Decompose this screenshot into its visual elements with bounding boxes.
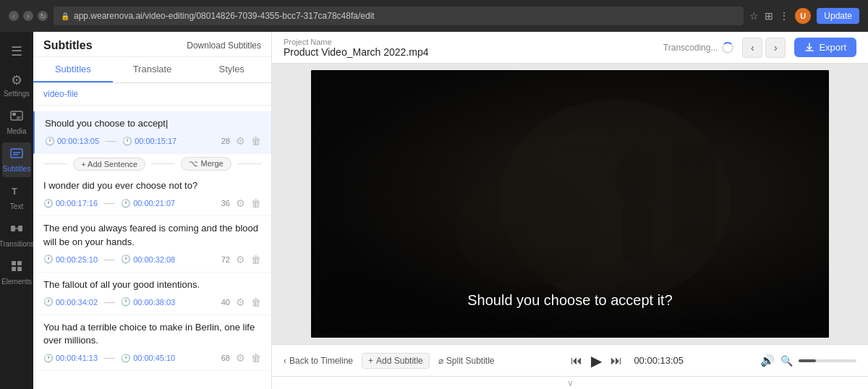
nav-forward-arrow[interactable]: › bbox=[765, 38, 786, 58]
download-subtitles-link[interactable]: Download Subtitles bbox=[187, 40, 261, 51]
settings-action-1[interactable]: ⚙ bbox=[236, 135, 245, 147]
clock-icon-end-4: 🕐 bbox=[121, 297, 131, 307]
panel-title: Subtitles bbox=[43, 39, 93, 52]
menu-icon[interactable]: ⋮ bbox=[779, 10, 789, 22]
back-btn[interactable]: ‹ bbox=[9, 11, 19, 21]
sidebar-item-settings[interactable]: ⚙ Settings bbox=[2, 68, 31, 102]
divider-right bbox=[151, 163, 175, 164]
split-subtitle-button[interactable]: ⌀ Split Subtitle bbox=[438, 356, 495, 366]
hamburger-icon[interactable]: ☰ bbox=[11, 38, 22, 65]
chevron-down-icon[interactable]: ∨ bbox=[567, 378, 574, 388]
delete-action-3[interactable]: 🗑 bbox=[251, 254, 261, 265]
sidebar-item-subtitles[interactable]: Subtitles bbox=[2, 142, 31, 177]
subtitle-text-5: You had a terrible choice to make in Ber… bbox=[43, 321, 261, 347]
nav-back-arrow[interactable]: ‹ bbox=[742, 38, 762, 58]
tab-subtitles[interactable]: Subtitles bbox=[33, 57, 113, 82]
split-icon: ⌀ bbox=[438, 356, 443, 366]
tab-translate[interactable]: Translate bbox=[113, 57, 192, 82]
sidebar-label-media: Media bbox=[7, 127, 26, 135]
refresh-btn[interactable]: ↻ bbox=[38, 11, 48, 21]
divider-left bbox=[43, 163, 67, 164]
bottom-left-controls: ‹ Back to Timeline + Add Subtitle ⌀ Spli… bbox=[284, 353, 494, 369]
url-bar[interactable]: 🔒 app.wearenova.ai/video-editing/0801482… bbox=[54, 7, 744, 25]
svg-rect-12 bbox=[17, 261, 22, 265]
browser-controls: ‹ › ↻ bbox=[9, 11, 48, 21]
char-count-4: 40 bbox=[221, 298, 230, 307]
svg-rect-8 bbox=[11, 226, 15, 231]
tab-styles[interactable]: Styles bbox=[192, 57, 271, 82]
update-button[interactable]: Update bbox=[817, 8, 859, 24]
add-merge-row: + Add Sentence ⌥ Merge bbox=[33, 154, 271, 174]
url-text: app.wearenova.ai/video-editing/08014826-… bbox=[74, 11, 375, 21]
add-sentence-button[interactable]: + Add Sentence bbox=[73, 158, 145, 171]
transcoding-badge: Transcoding... bbox=[663, 42, 734, 54]
play-button[interactable]: ▶ bbox=[591, 352, 602, 369]
project-name-area: Project Name Product Video_March 2022.mp… bbox=[284, 38, 429, 58]
app-layout: ☰ ⚙ Settings Media Subtitles T Text bbox=[0, 32, 868, 389]
browser-bar: ‹ › ↻ 🔒 app.wearenova.ai/video-editing/0… bbox=[0, 0, 868, 32]
volume-slider[interactable] bbox=[799, 359, 856, 362]
video-file-link[interactable]: video-file bbox=[33, 83, 271, 106]
subtitle-item-1[interactable]: Should you choose to accept| 🕐 00:00:13:… bbox=[33, 111, 271, 154]
sidebar-label-transitions: Transitions bbox=[0, 240, 34, 248]
subtitle-text-2: I wonder did you ever choose not to? bbox=[43, 179, 261, 192]
export-button[interactable]: Export bbox=[794, 38, 856, 57]
svg-rect-14 bbox=[17, 267, 22, 271]
end-time-3: 🕐 00:00:32:08 bbox=[121, 255, 175, 264]
delete-action-4[interactable]: 🗑 bbox=[251, 296, 261, 308]
svg-text:T: T bbox=[12, 186, 17, 197]
clock-icon-3: 🕐 bbox=[43, 255, 54, 264]
subtitle-item-3[interactable]: The end you always feared is coming and … bbox=[33, 216, 271, 272]
main-content: Project Name Product Video_March 2022.mp… bbox=[272, 32, 868, 389]
plus-icon: + bbox=[368, 356, 373, 366]
delete-action-2[interactable]: 🗑 bbox=[251, 197, 261, 209]
svg-rect-4 bbox=[11, 149, 22, 158]
video-area: Should you choose to accept it? bbox=[272, 64, 868, 344]
subtitle-item-5[interactable]: You had a terrible choice to make in Ber… bbox=[33, 315, 271, 371]
sidebar-item-media[interactable]: Media bbox=[2, 105, 31, 140]
subtitle-meta-5: 🕐 00:00:41:13 — 🕐 00:00:45:10 68 ⚙ 🗑 bbox=[43, 351, 261, 364]
delete-action-1[interactable]: 🗑 bbox=[251, 135, 261, 147]
forward-btn[interactable]: › bbox=[23, 11, 33, 21]
subtitle-item-2[interactable]: I wonder did you ever choose not to? 🕐 0… bbox=[33, 174, 271, 216]
sidebar-item-elements[interactable]: Elements bbox=[2, 255, 31, 290]
end-time-1: 🕐 00:00:15:17 bbox=[122, 137, 176, 146]
clock-icon-1: 🕐 bbox=[45, 137, 55, 146]
clock-icon-4: 🕐 bbox=[43, 297, 54, 307]
project-name: Product Video_March 2022.mp4 bbox=[284, 46, 429, 58]
subtitle-meta-3: 🕐 00:00:25:10 — 🕐 00:00:32:08 72 ⚙ 🗑 bbox=[43, 253, 261, 266]
start-time-5: 🕐 00:00:41:13 bbox=[43, 354, 98, 363]
media-icon bbox=[10, 109, 23, 126]
user-avatar[interactable]: U bbox=[795, 8, 811, 24]
video-player: Should you choose to accept it? bbox=[311, 70, 829, 338]
back-to-timeline-button[interactable]: ‹ Back to Timeline bbox=[284, 356, 353, 366]
sidebar-item-text[interactable]: T Text bbox=[2, 180, 31, 215]
clock-icon-end-3: 🕐 bbox=[121, 255, 131, 264]
settings-action-4[interactable]: ⚙ bbox=[236, 296, 245, 308]
bookmark-icon[interactable]: ⊞ bbox=[765, 10, 773, 22]
elements-icon bbox=[10, 260, 23, 276]
subtitle-item-4[interactable]: The fallout of all your good intentions.… bbox=[33, 273, 271, 315]
settings-action-2[interactable]: ⚙ bbox=[236, 197, 245, 209]
rewind-button[interactable]: ⏮ bbox=[571, 354, 582, 367]
svg-rect-13 bbox=[12, 267, 16, 271]
char-count-3: 72 bbox=[221, 255, 230, 264]
star-icon[interactable]: ☆ bbox=[749, 10, 759, 22]
subtitle-meta-1: 🕐 00:00:13:05 — 🕐 00:00:15:17 28 ⚙ 🗑 bbox=[45, 134, 261, 148]
merge-button[interactable]: ⌥ Merge bbox=[181, 157, 231, 171]
volume-slider-fill bbox=[799, 359, 816, 362]
settings-action-3[interactable]: ⚙ bbox=[236, 254, 245, 265]
delete-action-5[interactable]: 🗑 bbox=[251, 352, 261, 364]
start-time-4: 🕐 00:00:34:02 bbox=[43, 297, 98, 307]
project-name-label: Project Name bbox=[284, 38, 429, 46]
sidebar-item-transitions[interactable]: Transitions bbox=[2, 218, 31, 252]
end-time-4: 🕐 00:00:38:03 bbox=[121, 297, 175, 307]
subtitles-icon bbox=[10, 147, 23, 163]
subtitle-text-3: The end you always feared is coming and … bbox=[43, 222, 261, 248]
volume-icon[interactable]: 🔊 bbox=[760, 354, 775, 367]
fast-forward-button[interactable]: ⏭ bbox=[610, 354, 622, 367]
start-time-3: 🕐 00:00:25:10 bbox=[43, 255, 98, 264]
add-subtitle-button[interactable]: + Add Subtitle bbox=[362, 353, 430, 369]
sidebar-label-subtitles: Subtitles bbox=[3, 165, 30, 173]
settings-action-5[interactable]: ⚙ bbox=[236, 352, 245, 364]
